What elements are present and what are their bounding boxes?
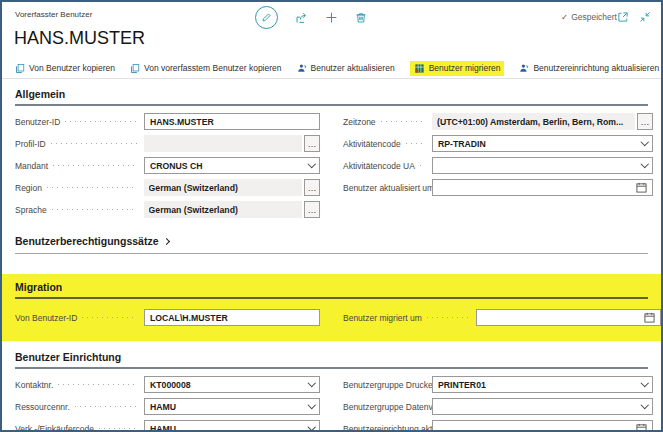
field-zeitzone: Zeitzone (UTC+01:00) Amsterdam, Berlin, … — [343, 111, 653, 132]
field-label: Aktivitätencode — [343, 139, 401, 149]
vorerfasster-benutzer-card: Vorerfasster Benutzer HANS.MUSTER — [0, 0, 663, 432]
copy-icon — [130, 63, 140, 74]
assist-edit-button[interactable]: … — [304, 179, 320, 196]
ressourcennr-select[interactable]: HAMU — [144, 398, 320, 415]
benutzergruppe-datenvorlagen-select[interactable] — [432, 398, 653, 415]
assist-edit-button[interactable]: … — [637, 113, 653, 130]
benutzereinrichtung-aktualisiert-um-input[interactable] — [432, 420, 653, 432]
check-icon: ✓ — [561, 12, 568, 22]
section-migration: Migration Von Benutzer-ID LOCAL\H.MUSTER… — [2, 274, 661, 341]
action-label: Benutzer aktualisieren — [311, 63, 395, 73]
field-sprache: Sprache German (Switzerland) … — [15, 199, 320, 220]
collapse-icon[interactable] — [639, 11, 651, 23]
chevron-down-icon — [307, 423, 315, 431]
field-profil-id: Profil-ID … — [15, 133, 320, 154]
assist-edit-button[interactable]: … — [304, 201, 320, 218]
aktivitaetencode-ua-select[interactable] — [432, 157, 653, 174]
field-region: Region German (Switzerland) … — [15, 177, 320, 198]
action-label: Benutzer migrieren — [429, 63, 501, 73]
von-benutzer-id-input[interactable]: LOCAL\H.MUSTER — [144, 309, 320, 326]
field-label: Benutzer-ID — [15, 117, 60, 127]
chevron-down-icon — [640, 138, 648, 146]
zeitzone-field[interactable]: (UTC+01:00) Amsterdam, Berlin, Bern, Rom… — [432, 113, 635, 130]
person-refresh-icon — [519, 63, 529, 74]
copy-icon — [15, 63, 25, 74]
field-benutzereinrichtung-aktualisiert-um: Benutzereinrichtung aktualisiert um — [343, 418, 653, 432]
popout-icon[interactable] — [617, 11, 629, 23]
calendar-icon — [636, 182, 647, 193]
action-label: Von vorerfasstem Benutzer kopieren — [144, 63, 282, 73]
field-label: Von Benutzer-ID — [15, 313, 77, 323]
calendar-icon — [636, 423, 647, 432]
trash-icon — [355, 11, 367, 24]
field-label: Sprache — [15, 205, 47, 215]
field-label: Benutzereinrichtung aktualisiert um — [343, 424, 432, 432]
assist-edit-button[interactable]: … — [304, 135, 320, 152]
profil-id-field[interactable] — [144, 135, 302, 152]
window-controls — [617, 11, 651, 23]
field-von-benutzer-id: Von Benutzer-ID LOCAL\H.MUSTER — [15, 307, 320, 328]
section-benutzerberechtigungssaetze[interactable]: Benutzerberechtigungssätze — [15, 235, 648, 254]
section-title[interactable]: Allgemein — [15, 88, 648, 106]
new-button[interactable] — [325, 11, 338, 24]
benutzer-aktualisiert-um-input[interactable] — [432, 179, 653, 196]
page-header: Vorerfasster Benutzer HANS.MUSTER — [2, 2, 661, 58]
section-title[interactable]: Migration — [15, 281, 648, 299]
field-label: Benutzer aktualisiert um — [343, 183, 432, 193]
chevron-down-icon — [307, 379, 315, 387]
field-label: Aktivitätencode UA — [343, 161, 415, 171]
field-label: Kontaktnr. — [15, 380, 53, 390]
migrate-table-icon — [414, 63, 425, 74]
sprache-field[interactable]: German (Switzerland) — [144, 201, 302, 218]
field-label: Profil-ID — [15, 139, 46, 149]
field-label: Mandant — [15, 161, 48, 171]
copy-from-user-button[interactable]: Von Benutzer kopieren — [15, 63, 115, 74]
field-label: Benutzergruppe Druckerauswahlen — [343, 380, 432, 390]
action-bar: Von Benutzer kopieren Von vorerfasstem B… — [2, 58, 661, 79]
field-mandant: Mandant CRONUS CH — [15, 155, 320, 176]
field-aktivitaetencode-ua: Aktivitätencode UA — [343, 155, 653, 176]
field-label: Zeitzone — [343, 117, 376, 127]
page-title: HANS.MUSTER — [14, 28, 145, 49]
field-benutzer-id: Benutzer-ID HANS.MUSTER — [15, 111, 320, 132]
field-benutzer-aktualisiert-um: Benutzer aktualisiert um — [343, 177, 653, 198]
benutzer-migriert-um-input[interactable] — [476, 309, 661, 326]
field-label: Region — [15, 183, 42, 193]
share-icon — [295, 11, 308, 24]
action-label: Benutzereinrichtung aktualisieren — [533, 63, 659, 73]
pencil-icon — [261, 12, 272, 23]
verk-einkaeufercode-select[interactable]: HAMU — [144, 420, 320, 432]
calendar-icon — [644, 312, 655, 323]
chevron-down-icon — [640, 379, 648, 387]
chevron-right-icon — [162, 238, 169, 245]
aktivitaetencode-select[interactable]: RP-TRADIN — [432, 135, 653, 152]
chevron-down-icon — [307, 160, 315, 168]
update-user-setup-button[interactable]: Benutzereinrichtung aktualisieren — [519, 63, 659, 74]
page-caption: Vorerfasster Benutzer — [15, 10, 92, 19]
field-benutzergruppe-datenvorlagen: Benutzergruppe Datenvorlagen — [343, 396, 653, 417]
benutzer-id-input[interactable]: HANS.MUSTER — [144, 113, 320, 130]
section-benutzer-einrichtung: Benutzer Einrichtung Kontaktnr. KT000008… — [2, 351, 661, 432]
chevron-down-icon — [640, 401, 648, 409]
record-toolbar — [255, 6, 367, 29]
delete-button[interactable] — [355, 11, 367, 24]
kontaktnr-select[interactable]: KT000008 — [144, 376, 320, 393]
edit-button[interactable] — [255, 6, 278, 29]
section-allgemein: Allgemein Benutzer-ID HANS.MUSTER Profil… — [2, 88, 661, 220]
copy-from-preset-user-button[interactable]: Von vorerfasstem Benutzer kopieren — [130, 63, 282, 74]
field-verk-einkaeufercode: Verk.-/Einkäufercode HAMU — [15, 418, 320, 432]
field-benutzergruppe-druckerauswahlen: Benutzergruppe Druckerauswahlen PRINTER0… — [343, 374, 653, 395]
plus-icon — [325, 11, 338, 24]
benutzergruppe-druckerauswahlen-select[interactable]: PRINTER01 — [432, 376, 653, 393]
save-status-label: Gespeichert — [571, 12, 617, 22]
field-label: Benutzer migriert um — [343, 313, 422, 323]
migrate-user-button[interactable]: Benutzer migrieren — [410, 61, 505, 76]
chevron-down-icon — [307, 401, 315, 409]
field-label: Verk.-/Einkäufercode — [15, 424, 94, 432]
region-field[interactable]: German (Switzerland) — [144, 179, 302, 196]
section-title[interactable]: Benutzer Einrichtung — [15, 351, 648, 369]
share-button[interactable] — [295, 11, 308, 24]
field-label: Ressourcennr. — [15, 402, 70, 412]
mandant-select[interactable]: CRONUS CH — [144, 157, 320, 174]
update-user-button[interactable]: Benutzer aktualisieren — [297, 63, 395, 74]
